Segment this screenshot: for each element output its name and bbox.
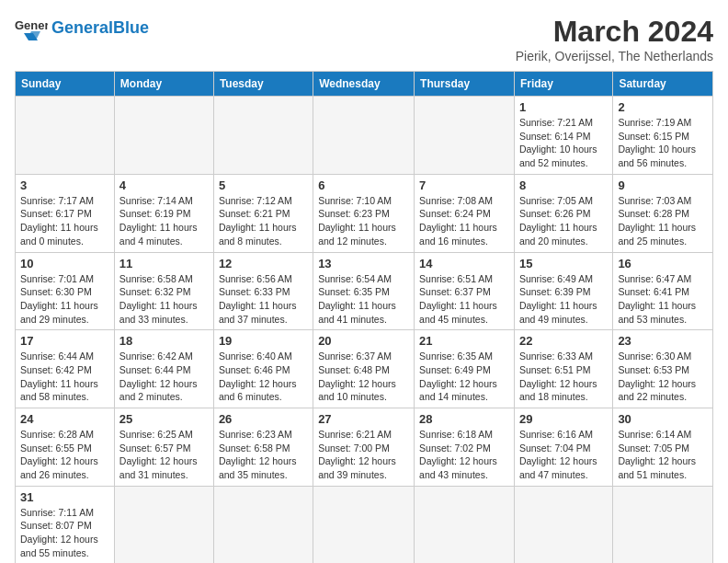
day-info: Sunrise: 6:56 AM Sunset: 6:33 PM Dayligh… [219,272,308,327]
svg-marker-2 [28,31,40,39]
day-number: 22 [519,334,608,348]
day-number: 19 [219,334,308,348]
calendar-table: Sunday Monday Tuesday Wednesday Thursday… [15,71,713,563]
day-info: Sunrise: 7:08 AM Sunset: 6:24 PM Dayligh… [419,194,509,248]
table-row [213,486,313,563]
day-number: 30 [618,412,708,426]
day-info: Sunrise: 6:47 AM Sunset: 6:41 PM Dayligh… [618,272,708,327]
day-info: Sunrise: 6:42 AM Sunset: 6:44 PM Dayligh… [119,350,209,404]
day-info: Sunrise: 6:51 AM Sunset: 6:37 PM Dayligh… [419,272,509,327]
day-number: 6 [318,178,409,192]
calendar-week-row: 3Sunrise: 7:17 AM Sunset: 6:17 PM Daylig… [16,174,713,252]
day-number: 12 [219,257,308,270]
day-number: 25 [119,412,209,426]
day-info: Sunrise: 6:37 AM Sunset: 6:48 PM Dayligh… [318,350,409,404]
col-sunday: Sunday [16,72,115,97]
day-number: 18 [119,334,209,348]
table-row: 26Sunrise: 6:23 AM Sunset: 6:58 PM Dayli… [213,408,313,487]
table-row: 18Sunrise: 6:42 AM Sunset: 6:44 PM Dayli… [114,330,213,408]
table-row: 1Sunrise: 7:21 AM Sunset: 6:14 PM Daylig… [514,97,612,175]
day-info: Sunrise: 7:10 AM Sunset: 6:23 PM Dayligh… [318,194,409,248]
day-number: 31 [20,490,109,504]
table-row: 15Sunrise: 6:49 AM Sunset: 6:39 PM Dayli… [514,252,612,330]
table-row: 9Sunrise: 7:03 AM Sunset: 6:28 PM Daylig… [613,174,713,252]
col-friday: Friday [514,72,612,97]
table-row: 21Sunrise: 6:35 AM Sunset: 6:49 PM Dayli… [415,330,515,408]
table-row [415,486,515,563]
col-thursday: Thursday [415,72,515,97]
day-info: Sunrise: 6:49 AM Sunset: 6:39 PM Dayligh… [519,272,608,327]
calendar-week-row: 10Sunrise: 7:01 AM Sunset: 6:30 PM Dayli… [16,252,713,330]
table-row [415,97,515,175]
table-row: 4Sunrise: 7:14 AM Sunset: 6:19 PM Daylig… [114,174,213,252]
table-row: 12Sunrise: 6:56 AM Sunset: 6:33 PM Dayli… [213,252,313,330]
table-row: 23Sunrise: 6:30 AM Sunset: 6:53 PM Dayli… [613,330,713,408]
day-info: Sunrise: 6:54 AM Sunset: 6:35 PM Dayligh… [318,272,409,327]
table-row: 6Sunrise: 7:10 AM Sunset: 6:23 PM Daylig… [313,174,415,252]
day-info: Sunrise: 7:21 AM Sunset: 6:14 PM Dayligh… [519,116,608,170]
table-row: 25Sunrise: 6:25 AM Sunset: 6:57 PM Dayli… [114,408,213,487]
day-info: Sunrise: 6:35 AM Sunset: 6:49 PM Dayligh… [419,350,509,404]
table-row [16,97,115,175]
day-number: 28 [419,412,509,426]
day-number: 24 [20,412,109,426]
day-number: 11 [119,257,209,270]
col-monday: Monday [114,72,213,97]
day-number: 10 [20,257,109,270]
day-number: 3 [20,178,109,192]
table-row: 13Sunrise: 6:54 AM Sunset: 6:35 PM Dayli… [313,252,415,330]
col-wednesday: Wednesday [313,72,415,97]
svg-text:General: General [15,18,48,32]
table-row: 11Sunrise: 6:58 AM Sunset: 6:32 PM Dayli… [114,252,213,330]
table-row: 22Sunrise: 6:33 AM Sunset: 6:51 PM Dayli… [514,330,612,408]
table-row: 2Sunrise: 7:19 AM Sunset: 6:15 PM Daylig… [613,97,713,175]
day-number: 15 [519,257,608,270]
logo: General GeneralBlue [15,15,149,42]
day-number: 7 [419,178,509,192]
day-info: Sunrise: 6:25 AM Sunset: 6:57 PM Dayligh… [119,428,209,482]
location-subtitle: Pierik, Overijssel, The Netherlands [516,49,713,63]
day-info: Sunrise: 6:16 AM Sunset: 7:04 PM Dayligh… [519,428,608,482]
table-row [613,486,713,563]
table-row: 27Sunrise: 6:21 AM Sunset: 7:00 PM Dayli… [313,408,415,487]
col-tuesday: Tuesday [213,72,313,97]
day-info: Sunrise: 6:40 AM Sunset: 6:46 PM Dayligh… [219,350,308,404]
table-row: 31Sunrise: 7:11 AM Sunset: 8:07 PM Dayli… [16,486,115,563]
day-number: 1 [519,100,608,114]
day-number: 26 [219,412,308,426]
day-info: Sunrise: 6:33 AM Sunset: 6:51 PM Dayligh… [519,350,608,404]
day-info: Sunrise: 6:28 AM Sunset: 6:55 PM Dayligh… [20,428,109,482]
table-row: 14Sunrise: 6:51 AM Sunset: 6:37 PM Dayli… [415,252,515,330]
table-row: 29Sunrise: 6:16 AM Sunset: 7:04 PM Dayli… [514,408,612,487]
table-row: 17Sunrise: 6:44 AM Sunset: 6:42 PM Dayli… [16,330,115,408]
table-row: 7Sunrise: 7:08 AM Sunset: 6:24 PM Daylig… [415,174,515,252]
day-number: 20 [318,334,409,348]
day-number: 27 [318,412,409,426]
day-info: Sunrise: 7:01 AM Sunset: 6:30 PM Dayligh… [20,272,109,327]
day-number: 23 [618,334,708,348]
table-row: 5Sunrise: 7:12 AM Sunset: 6:21 PM Daylig… [213,174,313,252]
day-info: Sunrise: 7:17 AM Sunset: 6:17 PM Dayligh… [20,194,109,248]
day-info: Sunrise: 7:03 AM Sunset: 6:28 PM Dayligh… [618,194,708,248]
day-info: Sunrise: 6:14 AM Sunset: 7:05 PM Dayligh… [618,428,708,482]
day-info: Sunrise: 7:19 AM Sunset: 6:15 PM Dayligh… [618,116,708,170]
day-number: 2 [618,100,708,114]
day-number: 9 [618,178,708,192]
day-number: 14 [419,257,509,270]
table-row: 16Sunrise: 6:47 AM Sunset: 6:41 PM Dayli… [613,252,713,330]
day-info: Sunrise: 7:05 AM Sunset: 6:26 PM Dayligh… [519,194,608,248]
month-title: March 2024 [516,15,713,49]
table-row: 24Sunrise: 6:28 AM Sunset: 6:55 PM Dayli… [16,408,115,487]
calendar-week-row: 17Sunrise: 6:44 AM Sunset: 6:42 PM Dayli… [16,330,713,408]
day-number: 21 [419,334,509,348]
table-row: 30Sunrise: 6:14 AM Sunset: 7:05 PM Dayli… [613,408,713,487]
calendar-header-row: Sunday Monday Tuesday Wednesday Thursday… [16,72,713,97]
calendar-week-row: 1Sunrise: 7:21 AM Sunset: 6:14 PM Daylig… [16,97,713,175]
table-row: 28Sunrise: 6:18 AM Sunset: 7:02 PM Dayli… [415,408,515,487]
generalblue-logo-icon: General [15,15,48,42]
calendar-week-row: 24Sunrise: 6:28 AM Sunset: 6:55 PM Dayli… [16,408,713,487]
day-number: 4 [119,178,209,192]
calendar-week-row: 31Sunrise: 7:11 AM Sunset: 8:07 PM Dayli… [16,486,713,563]
table-row [114,486,213,563]
day-info: Sunrise: 6:58 AM Sunset: 6:32 PM Dayligh… [119,272,209,327]
